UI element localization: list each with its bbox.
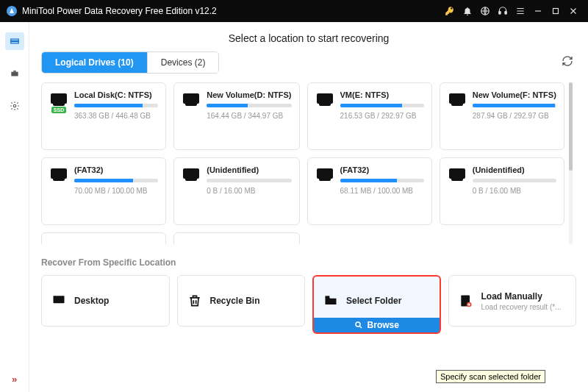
globe-icon[interactable]: [476, 2, 494, 20]
hdd-icon: [51, 93, 67, 104]
nav-recover-button[interactable]: [5, 32, 24, 50]
drive-name: New Volume(D: NTFS): [207, 90, 291, 99]
drive-capacity: 70.00 MB / 100.00 MB: [74, 187, 158, 195]
hdd-icon: [317, 93, 333, 104]
svg-rect-5: [10, 39, 18, 40]
location-select-folder[interactable]: Select Folder Browse: [312, 275, 441, 327]
recycle-bin-icon: [187, 293, 203, 309]
drive-name: New Volume(F: NTFS): [473, 90, 556, 99]
location-label: Load Manually: [481, 291, 562, 302]
drive-grid: SSDLocal Disk(C: NTFS)363.38 GB / 446.48…: [41, 82, 576, 244]
section-label: Recover From Specific Location: [41, 257, 576, 268]
drive-capacity: 0 B / 16.00 MB: [207, 187, 291, 195]
tooltip: Specify scan selected folder: [436, 370, 545, 383]
location-label: Select Folder: [346, 296, 401, 306]
drive-capacity: 363.38 GB / 446.48 GB: [74, 112, 158, 120]
drive-usage-bar: [207, 179, 291, 182]
drive-card[interactable]: (FAT32)70.00 MB / 100.00 MB: [41, 157, 166, 225]
desktop-icon: [51, 293, 67, 309]
hdd-icon: [51, 168, 67, 179]
tab-devices[interactable]: Devices (2): [148, 52, 219, 73]
drive-usage-bar: [473, 104, 556, 107]
menu-icon[interactable]: [512, 2, 529, 20]
maximize-icon[interactable]: [547, 2, 564, 20]
drive-usage-bar: [74, 104, 158, 107]
nav-toolbox-button[interactable]: [5, 65, 24, 82]
drive-capacity: 216.53 GB / 292.97 GB: [340, 112, 424, 120]
browse-button-label: Browse: [368, 320, 399, 330]
drive-capacity: 0 B / 16.00 MB: [473, 187, 556, 195]
drive-name: (FAT32): [74, 165, 158, 174]
drive-card[interactable]: VM(E: NTFS)216.53 GB / 292.97 GB: [307, 82, 432, 150]
location-load-manually[interactable]: Load Manually Load recovery result (*...: [448, 275, 577, 327]
drive-usage-bar: [74, 179, 158, 182]
close-icon[interactable]: [564, 2, 582, 20]
drive-card[interactable]: Recovery(NTFS): [41, 232, 166, 244]
svg-rect-6: [10, 42, 18, 43]
nav-settings-button[interactable]: [5, 97, 24, 115]
svg-rect-3: [505, 12, 506, 14]
drive-card[interactable]: (FAT32)68.11 MB / 100.00 MB: [307, 157, 432, 225]
drive-usage-bar: [340, 179, 424, 182]
svg-point-7: [13, 104, 16, 107]
drive-usage-bar: [207, 104, 291, 107]
hdd-icon: [449, 168, 465, 179]
main-panel: Select a location to start recovering Lo…: [29, 22, 588, 392]
app-logo-icon: [6, 5, 18, 17]
hdd-icon: [317, 168, 333, 179]
headset-icon[interactable]: [494, 2, 512, 20]
browse-button[interactable]: Browse: [312, 318, 441, 334]
window-title: MiniTool Power Data Recovery Free Editio…: [22, 6, 217, 16]
svg-rect-9: [326, 296, 330, 298]
drive-card[interactable]: (Unidentified)0 B / 16.00 MB: [440, 157, 564, 225]
drive-capacity: 287.94 GB / 292.97 GB: [473, 112, 556, 120]
location-recycle-bin[interactable]: Recycle Bin: [177, 275, 306, 327]
svg-rect-2: [499, 12, 501, 14]
svg-rect-4: [553, 9, 559, 14]
drive-capacity: 68.11 MB / 100.00 MB: [340, 187, 424, 195]
svg-point-10: [356, 322, 360, 327]
bell-icon[interactable]: [459, 2, 476, 20]
drive-card[interactable]: (NTFS): [173, 232, 299, 244]
drive-scrollbar[interactable]: [569, 82, 573, 244]
hdd-icon: [183, 168, 199, 179]
location-desktop[interactable]: Desktop: [41, 275, 170, 327]
drive-capacity: 164.44 GB / 344.97 GB: [207, 112, 291, 120]
hdd-icon: [449, 93, 465, 104]
refresh-icon[interactable]: [559, 52, 576, 73]
page-heading: Select a location to start recovering: [41, 29, 576, 51]
drive-card[interactable]: New Volume(F: NTFS)287.94 GB / 292.97 GB: [440, 82, 564, 150]
titlebar: MiniTool Power Data Recovery Free Editio…: [0, 0, 588, 22]
drive-name: (Unidentified): [207, 165, 291, 174]
location-sublabel: Load recovery result (*...: [481, 303, 562, 311]
tabs: Logical Drives (10) Devices (2): [41, 51, 219, 74]
tab-logical-drives[interactable]: Logical Drives (10): [42, 52, 148, 73]
drive-name: (FAT32): [340, 165, 424, 174]
svg-rect-8: [54, 296, 65, 303]
drive-name: VM(E: NTFS): [340, 90, 424, 99]
drive-card[interactable]: SSDLocal Disk(C: NTFS)363.38 GB / 446.48…: [41, 82, 166, 150]
location-grid: Desktop Recycle Bin Select Folder Browse: [41, 275, 576, 327]
drive-name: (NTFS): [207, 243, 291, 244]
ssd-badge: SSD: [51, 107, 66, 113]
drive-usage-bar: [340, 104, 424, 107]
drive-name: (Unidentified): [473, 165, 556, 174]
drive-name: Local Disk(C: NTFS): [74, 90, 158, 99]
left-nav: »: [0, 22, 29, 392]
minimize-icon[interactable]: [529, 2, 547, 20]
drive-usage-bar: [473, 179, 556, 182]
drive-name: Recovery(NTFS): [74, 243, 158, 244]
drive-card[interactable]: (Unidentified)0 B / 16.00 MB: [173, 157, 299, 225]
location-label: Recycle Bin: [210, 296, 260, 306]
folder-icon: [323, 293, 339, 309]
location-label: Desktop: [74, 296, 109, 306]
load-manually-icon: [458, 293, 474, 309]
hdd-icon: [183, 93, 199, 104]
expand-nav-icon[interactable]: »: [12, 374, 17, 385]
key-icon[interactable]: [441, 2, 459, 20]
drive-card[interactable]: New Volume(D: NTFS)164.44 GB / 344.97 GB: [173, 82, 299, 150]
